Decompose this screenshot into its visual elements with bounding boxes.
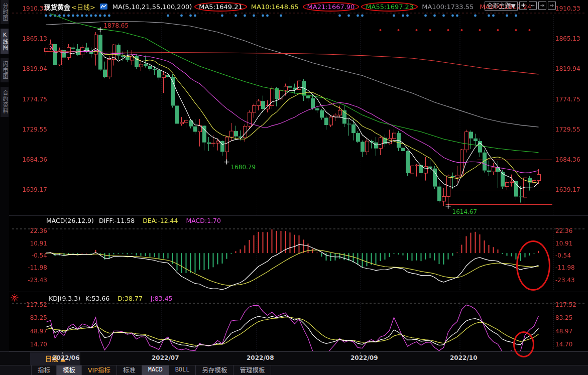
axis-label: -11.98 — [555, 264, 587, 271]
toolbar-item-BOLL[interactable]: BOLL — [169, 365, 196, 375]
kdj-j-value: J:83.45 — [151, 295, 173, 302]
axis-label: 48.97 — [13, 328, 47, 335]
axis-label: -23.43 — [555, 277, 587, 284]
kdj-d-value: D:38.77 — [117, 295, 143, 302]
kdj-panel-header: KDJ(9,3,3) K:53.66 D:38.77 J:83.45 — [49, 295, 173, 302]
axis-label: 22.36 — [13, 227, 47, 234]
axis-label: 83.25 — [13, 314, 47, 321]
axis-label: 1819.94 — [13, 65, 47, 72]
date-label-2022/07: 2022/07 — [152, 354, 179, 361]
date-tick — [62, 352, 63, 354]
chart-tool-buttons: ✚⇤⇥↦ — [519, 2, 556, 10]
sidebar-tab-闪电图[interactable]: 闪电图 — [1, 58, 9, 82]
ma-value-label: MA10:1648.65 — [251, 3, 299, 11]
annotation-ellipse-macd — [516, 240, 550, 291]
axis-label: 83.25 — [555, 314, 587, 321]
macd-value: MACD:1.70 — [186, 217, 221, 224]
sidebar-tab-分时图[interactable]: 分时图 — [1, 0, 9, 24]
toolbar-item-VIP指标[interactable]: VIP指标 — [82, 365, 117, 375]
theme-select-button[interactable]: 全部主题▼ — [485, 2, 518, 11]
axis-label: 1729.55 — [13, 126, 47, 133]
compress-right-icon[interactable]: ⇥ — [538, 2, 546, 10]
axis-label: 1910.33 — [13, 5, 47, 12]
shift-right-icon[interactable]: ↦ — [548, 2, 556, 10]
trading-app-window: 分时图K线图闪电图合约资料 现货黄金<日线> MA(5,10,21,55,100… — [0, 0, 588, 375]
axis-label: 1729.55 — [555, 126, 587, 133]
compress-left-icon[interactable]: ⇤ — [529, 2, 537, 10]
ma-value-label: MA100:1733.55 — [422, 3, 474, 11]
date-label-2022/10: 2022/10 — [450, 354, 477, 361]
axis-label: -23.43 — [13, 277, 47, 284]
chart-header: 现货黄金<日线> MA(5,10,21,55,100,200) MA5:1649… — [44, 2, 531, 12]
axis-label: 10.91 — [555, 240, 587, 247]
toolbar-item-标准[interactable]: 标准 — [117, 365, 142, 375]
axis-label: 1910.33 — [555, 5, 587, 12]
axis-label: 1639.17 — [13, 186, 47, 193]
symbol-name: 现货黄金 — [44, 2, 70, 12]
axis-label: 1684.36 — [13, 156, 47, 163]
kdj-k-value: K:53.66 — [85, 295, 109, 302]
date-tick — [162, 352, 162, 354]
date-axis: 日线 ▲ 2022/062022/072022/082022/092022/10 — [0, 351, 588, 365]
sidebar-tab-K线图[interactable]: K线图 — [1, 29, 9, 54]
kdj-title: KDJ(9,3,3) — [49, 295, 80, 302]
macd-title: MACD(26,12,9) — [46, 217, 94, 224]
crosshair-icon[interactable]: ✚ — [519, 2, 527, 10]
axis-label: -0.54 — [13, 252, 47, 259]
ma-value-label: MA55:1697.23 — [361, 2, 418, 12]
axis-label: -11.98 — [13, 264, 47, 271]
axis-label: 14.70 — [13, 341, 47, 348]
date-tick — [257, 352, 257, 354]
date-tick — [460, 352, 460, 354]
bottom-toolbar: 指标模板VIP指标标准MACDBOLL另存模板管理模板 — [0, 365, 588, 375]
chart-type-sidebar: 分时图K线图闪电图合约资料 — [0, 0, 9, 375]
app-logo-icon — [100, 3, 108, 10]
toolbar-item-管理模板[interactable]: 管理模板 — [233, 365, 271, 375]
annotation-ellipse-kdj — [513, 331, 534, 357]
date-label-2022/09: 2022/09 — [350, 354, 378, 361]
axis-label: 1819.94 — [555, 65, 587, 72]
sun-icon — [11, 294, 19, 304]
axis-label: -0.54 — [555, 252, 587, 259]
macd-dea-value: DEA:-12.44 — [143, 217, 178, 224]
main-chart-canvas[interactable] — [0, 0, 588, 375]
date-tick — [361, 352, 361, 354]
axis-label: 1865.13 — [555, 35, 587, 42]
macd-diff-value: DIFF:-11.58 — [99, 217, 135, 224]
ma-value-label: MA5:1649.21 — [194, 2, 247, 12]
toolbar-item-模板[interactable]: 模板 — [57, 365, 82, 375]
axis-label: 14.70 — [555, 341, 587, 348]
date-label-2022/06: 2022/06 — [52, 354, 79, 361]
axis-label: 10.91 — [13, 240, 47, 247]
axis-label: 1684.36 — [555, 156, 587, 163]
ma-value-label: MA21:1667.90 — [303, 2, 360, 12]
period-tag: <日线> — [71, 2, 95, 12]
axis-label: 1865.13 — [13, 35, 47, 42]
macd-panel-header: MACD(26,12,9) DIFF:-11.58 DEA:-12.44 MAC… — [46, 217, 221, 224]
sidebar-tab-合约资料[interactable]: 合约资料 — [1, 87, 9, 117]
axis-label: 117.52 — [555, 301, 587, 308]
toolbar-item-指标[interactable]: 指标 — [31, 365, 57, 375]
toolbar-item-另存模板[interactable]: 另存模板 — [196, 365, 233, 375]
ma-group-label: MA(5,10,21,55,100,200) — [112, 3, 192, 11]
axis-label: 1774.75 — [555, 96, 587, 103]
axis-label: 22.36 — [555, 227, 587, 234]
axis-label: 1774.75 — [13, 96, 47, 103]
axis-label: 48.97 — [555, 328, 587, 335]
ma-values: MA5:1649.21MA10:1648.65MA21:1667.90MA55:… — [196, 2, 531, 12]
toolbar-item-MACD[interactable]: MACD — [142, 365, 169, 375]
axis-label: 1639.17 — [555, 186, 587, 193]
date-label-2022/08: 2022/08 — [247, 354, 274, 361]
